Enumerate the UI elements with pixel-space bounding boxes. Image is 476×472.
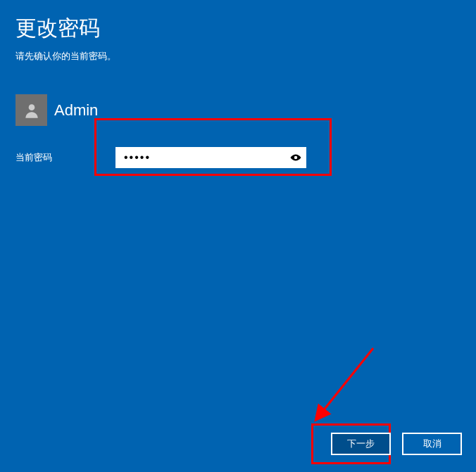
annotation-arrow bbox=[296, 341, 380, 433]
page-subtitle: 请先确认你的当前密码。 bbox=[0, 43, 476, 63]
current-password-label: 当前密码 bbox=[0, 151, 115, 164]
password-input-wrap bbox=[115, 147, 306, 168]
next-button[interactable]: 下一步 bbox=[331, 433, 391, 455]
svg-point-0 bbox=[28, 104, 35, 110]
svg-line-2 bbox=[317, 348, 373, 419]
current-password-input[interactable] bbox=[115, 147, 285, 168]
cancel-button[interactable]: 取消 bbox=[402, 433, 462, 455]
password-row: 当前密码 bbox=[0, 147, 476, 168]
user-icon bbox=[23, 101, 41, 120]
button-row: 下一步 取消 bbox=[331, 433, 462, 455]
page-title: 更改密码 bbox=[0, 0, 476, 43]
avatar bbox=[15, 94, 47, 126]
eye-icon bbox=[289, 151, 302, 164]
user-row: Admin bbox=[15, 94, 476, 126]
username: Admin bbox=[54, 101, 98, 120]
reveal-password-button[interactable] bbox=[285, 147, 306, 168]
